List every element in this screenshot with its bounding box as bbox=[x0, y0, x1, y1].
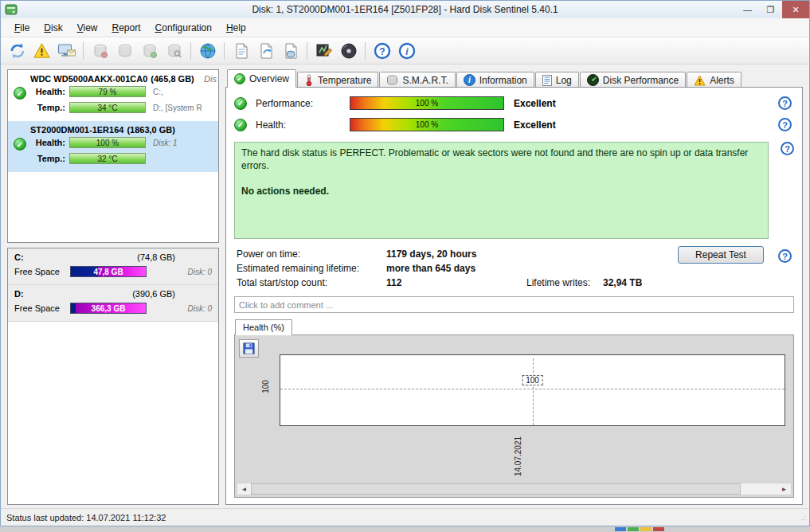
save-chart-button[interactable] bbox=[239, 339, 259, 358]
globe-icon[interactable] bbox=[196, 39, 219, 62]
smart-disk-icon bbox=[386, 75, 398, 85]
tab-information[interactable]: i Information bbox=[456, 72, 534, 88]
remaining-lifetime-value: more than 645 days bbox=[386, 263, 526, 274]
help-icon[interactable]: ? bbox=[370, 39, 393, 62]
maximize-button[interactable]: ❐ bbox=[759, 1, 782, 18]
chart-tab-health[interactable]: Health (%) bbox=[235, 319, 292, 335]
tab-overview[interactable]: Overview bbox=[227, 69, 296, 88]
disk-entry-wdc[interactable]: WDC WD5000AAKX-001CA0 (465,8 GB) Dis Hea… bbox=[8, 70, 218, 121]
disk-size: (1863,0 GB) bbox=[127, 125, 175, 135]
status-help-icon[interactable] bbox=[781, 142, 794, 155]
resize-grip[interactable]: .: bbox=[801, 514, 807, 522]
marker-chart-icon[interactable] bbox=[312, 39, 335, 62]
toolbar-separator bbox=[83, 42, 84, 60]
taskbar-sliver bbox=[0, 526, 810, 532]
temp-label: Temp.: bbox=[30, 103, 65, 112]
status-bar-text: Status last updated: 14.07.2021 11:12:32 bbox=[6, 513, 166, 522]
report-page-icon[interactable] bbox=[229, 39, 252, 62]
tab-disk-performance[interactable]: Disk Performance bbox=[580, 72, 686, 88]
tab-label: Alerts bbox=[710, 75, 734, 86]
health-label: Health: bbox=[256, 119, 350, 131]
test-help-icon[interactable] bbox=[778, 249, 792, 263]
x-axis-tick: 14.07.2021 bbox=[513, 436, 522, 476]
repeat-test-button[interactable]: Repeat Test bbox=[678, 246, 764, 264]
menu-report[interactable]: Report bbox=[105, 20, 148, 36]
report-refresh-icon[interactable] bbox=[254, 39, 277, 62]
disk-icon[interactable] bbox=[113, 39, 136, 62]
info-icon[interactable]: i bbox=[395, 39, 418, 62]
status-action-text: No actions needed. bbox=[241, 185, 761, 198]
comment-input[interactable] bbox=[234, 296, 794, 313]
health-label: Health: bbox=[30, 87, 65, 96]
cd-icon[interactable] bbox=[337, 39, 360, 62]
performance-ok-icon bbox=[234, 97, 247, 110]
health-label: Health: bbox=[30, 138, 65, 147]
information-icon: i bbox=[464, 74, 475, 86]
disk-entry-seagate-selected[interactable]: ST2000DM001-1ER164 (1863,0 GB) Health: 1… bbox=[8, 121, 218, 172]
tab-alerts[interactable]: Alerts bbox=[687, 72, 742, 88]
partition-entry-d[interactable]: D: (390,6 GB) Free Space 366,3 GB Disk: … bbox=[8, 285, 218, 322]
taskbar-icon-fragment bbox=[615, 527, 626, 531]
scroll-track[interactable] bbox=[251, 483, 777, 495]
app-window: Disk: 1, ST2000DM001-1ER164 [Z501FP28] -… bbox=[0, 0, 810, 526]
lifetime-writes-label: Lifetime writes: bbox=[526, 277, 603, 288]
menu-bar: File Disk View Report Configuration Help bbox=[1, 18, 809, 37]
disk-ok-icon[interactable] bbox=[138, 39, 161, 62]
performance-rating: Excellent bbox=[514, 98, 556, 109]
performance-gauge-icon bbox=[587, 74, 599, 86]
point-marker-line bbox=[533, 358, 534, 425]
taskbar-icon-fragment bbox=[628, 527, 639, 531]
tab-label: Information bbox=[479, 75, 527, 86]
taskbar-icon-fragment bbox=[653, 527, 664, 531]
minimize-button[interactable]: — bbox=[736, 1, 759, 18]
spacer bbox=[526, 263, 603, 274]
menu-file[interactable]: File bbox=[7, 20, 37, 36]
scroll-thumb[interactable] bbox=[251, 483, 741, 495]
report-disk-icon[interactable] bbox=[279, 39, 302, 62]
status-bar: Status last updated: 14.07.2021 11:12:32… bbox=[1, 508, 809, 526]
disk-name: WDC WD5000AAKX-001CA0 bbox=[30, 74, 147, 84]
tab-smart[interactable]: S.M.A.R.T. bbox=[379, 72, 455, 88]
y-axis-tick: 100 bbox=[261, 380, 270, 393]
taskbar-icon-fragment bbox=[640, 527, 652, 531]
performance-help-icon[interactable] bbox=[778, 96, 792, 110]
free-space-label: Free Space bbox=[14, 267, 70, 276]
surface-warning-icon[interactable] bbox=[30, 39, 53, 62]
svg-text:i: i bbox=[468, 76, 471, 84]
disk-size: (465,8 GB) bbox=[151, 74, 194, 84]
scroll-left-arrow[interactable]: ◄ bbox=[237, 483, 251, 495]
tab-temperature[interactable]: Temperature bbox=[297, 72, 378, 88]
tab-label: Overview bbox=[249, 73, 289, 84]
close-button[interactable]: ✕ bbox=[782, 1, 809, 18]
menu-view[interactable]: View bbox=[70, 20, 105, 36]
alerts-icon bbox=[694, 75, 706, 86]
disk-ok-status-icon bbox=[14, 138, 26, 151]
free-space-value: 366,3 GB bbox=[71, 303, 146, 313]
partition-entry-c[interactable]: C: (74,8 GB) Free Space 47,8 GB Disk: 0 bbox=[8, 248, 218, 285]
scroll-right-arrow[interactable]: ► bbox=[777, 483, 791, 495]
disk-ok-status-icon bbox=[14, 87, 26, 100]
tab-log[interactable]: Log bbox=[535, 72, 579, 88]
tab-label: S.M.A.R.T. bbox=[402, 75, 448, 86]
performance-row: Performance: 100 % Excellent bbox=[231, 92, 797, 114]
partition-size: (74,8 GB) bbox=[137, 252, 175, 262]
partition-disk-ref: Disk: 0 bbox=[187, 268, 212, 276]
menu-disk[interactable]: Disk bbox=[37, 20, 69, 36]
chart-horizontal-scrollbar[interactable]: ◄ ► bbox=[237, 483, 792, 495]
disk-remove-icon[interactable] bbox=[88, 39, 112, 62]
disk-search-icon[interactable] bbox=[162, 39, 186, 62]
health-help-icon[interactable] bbox=[778, 118, 792, 131]
partition-size: (390,6 GB) bbox=[132, 289, 175, 299]
title-bar: Disk: 1, ST2000DM001-1ER164 [Z501FP28] -… bbox=[1, 1, 809, 18]
refresh-icon[interactable] bbox=[6, 39, 29, 62]
disk-status-box: The hard disk status is PERFECT. Problem… bbox=[234, 142, 769, 239]
performance-label: Performance: bbox=[256, 98, 350, 109]
disk-list-panel: WDC WD5000AAKX-001CA0 (465,8 GB) Dis Hea… bbox=[7, 69, 219, 243]
monitor-mail-icon[interactable] bbox=[55, 39, 78, 62]
health-ok-icon bbox=[234, 119, 247, 131]
window-title: Disk: 1, ST2000DM001-1ER164 [Z501FP28] -… bbox=[1, 4, 809, 15]
menu-help[interactable]: Help bbox=[219, 20, 253, 36]
menu-configuration[interactable]: Configuration bbox=[148, 20, 219, 36]
start-stop-value: 112 bbox=[386, 277, 526, 288]
health-chart-section: Health (%) 100 100 14.07.2021 bbox=[234, 319, 794, 498]
